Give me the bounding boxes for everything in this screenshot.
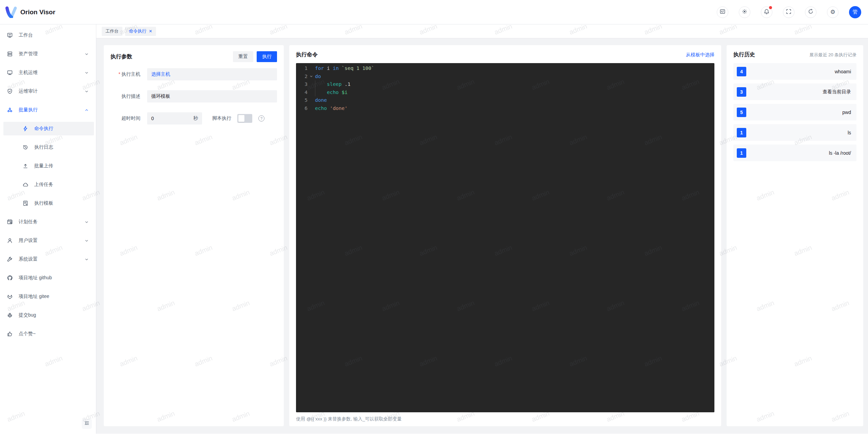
description-input[interactable]: 循环模板	[147, 90, 277, 102]
tab-label: 命令执行	[129, 28, 146, 34]
line-number: 6	[296, 105, 308, 113]
help-icon[interactable]: ?	[258, 115, 264, 121]
sidebar-item-batch-upload[interactable]: 批量上传	[0, 159, 96, 173]
history-record[interactable]: 3查看当前目录	[733, 83, 856, 100]
code-text: for i in `seq 1 100`	[315, 64, 374, 73]
history-record[interactable]: 1ls	[733, 124, 856, 141]
record-command: ls -la /root/	[829, 150, 851, 156]
timeout-input[interactable]: 0 秒	[147, 112, 202, 125]
fullscreen-icon	[786, 8, 792, 16]
collapse-sidebar-button[interactable]	[82, 419, 92, 429]
script-exec-toggle[interactable]	[237, 114, 252, 123]
sidebar-item-label: 用户设置	[19, 238, 84, 244]
batch-upload-icon	[22, 163, 28, 169]
run-button[interactable]: 执行	[257, 51, 277, 62]
record-command: 查看当前目录	[823, 89, 851, 95]
sidebar-item-gitee[interactable]: 项目地址 gitee	[0, 290, 96, 303]
code-line: 4 echo $i	[296, 89, 714, 97]
close-icon[interactable]: ✕	[149, 29, 152, 33]
refresh-icon	[808, 8, 814, 16]
menu-fold-icon	[84, 420, 90, 427]
toggle-knob	[238, 115, 244, 122]
line-number: 3	[296, 80, 308, 89]
line-number: 4	[296, 89, 308, 97]
sidebar-item-assets[interactable]: 资产管理	[0, 47, 96, 61]
fold-chevron-icon[interactable]	[308, 73, 315, 81]
sidebar-item-workbench[interactable]: 工作台	[0, 29, 96, 42]
user-avatar[interactable]: 管	[849, 6, 861, 18]
sidebar-item-label: 执行日志	[34, 144, 89, 150]
editor-gutter: 6	[296, 105, 315, 113]
history-record[interactable]: 5pwd	[733, 104, 856, 120]
sidebar-item-batch-exec[interactable]: 批量执行	[0, 103, 96, 117]
exec-history-panel: 执行历史 展示最近 20 条执行记录 4whoami3查看当前目录5pwd1ls…	[727, 45, 863, 426]
editor-gutter: 3	[296, 80, 315, 89]
exec-history-subtitle: 展示最近 20 条执行记录	[809, 52, 856, 58]
code-button[interactable]	[717, 6, 728, 18]
gutter-spacer	[308, 64, 315, 73]
sidebar-item-bug[interactable]: 提交bug	[0, 308, 96, 322]
exec-count-badge: 4	[737, 67, 746, 76]
chevron-down-icon	[84, 70, 89, 75]
chevron-up-icon	[84, 108, 89, 112]
sidebar-item-github[interactable]: 项目地址 github	[0, 271, 96, 285]
sidebar-item-label: 主机运维	[19, 70, 84, 76]
chevron-down-icon	[84, 257, 89, 262]
sidebar-item-audit[interactable]: 运维审计	[0, 84, 96, 98]
user-settings-icon	[7, 238, 13, 244]
sidebar-item-schedule[interactable]: 计划任务	[0, 215, 96, 229]
sidebar-item-label: 资产管理	[19, 51, 84, 57]
tab-command-exec[interactable]: 命令执行✕	[125, 27, 156, 36]
sidebar-item-exec-template[interactable]: 执行模板	[0, 196, 96, 210]
editor-hint: 使用 @{{ xxx }} 来替换参数, 输入_可以获取全部变量	[296, 416, 714, 422]
code-line: 5done	[296, 96, 714, 105]
header-actions: ⚙管	[717, 6, 861, 18]
select-from-template-link[interactable]: 从模板中选择	[686, 52, 714, 58]
description-label: 执行描述	[111, 93, 140, 99]
fullscreen-button[interactable]	[783, 6, 794, 18]
sidebar-item-user-settings[interactable]: 用户设置	[0, 234, 96, 247]
sidebar-item-label: 命令执行	[34, 126, 87, 132]
sidebar-item-label: 执行模板	[34, 200, 89, 206]
sidebar: 工作台资产管理主机运维运维审计批量执行命令执行执行日志批量上传上传任务执行模板计…	[0, 24, 96, 434]
code-text: done	[315, 96, 327, 105]
sidebar-item-system-settings[interactable]: 系统设置	[0, 252, 96, 266]
history-record[interactable]: 1ls -la /root/	[733, 145, 856, 161]
record-command: pwd	[842, 110, 851, 115]
refresh-button[interactable]	[805, 6, 816, 18]
host-select[interactable]: 选择主机	[147, 68, 277, 80]
script-exec-label: 脚本执行	[212, 115, 231, 121]
github-icon	[7, 275, 13, 281]
exec-count-badge: 1	[737, 148, 746, 158]
sidebar-item-label: 系统设置	[19, 256, 84, 262]
app-title: Orion Visor	[20, 8, 55, 16]
theme-button[interactable]	[739, 6, 750, 18]
host-ops-icon	[7, 70, 13, 76]
sidebar-item-upload-task[interactable]: 上传任务	[0, 178, 96, 191]
code-editor[interactable]: 1for i in `seq 1 100`2do3 sleep .14 echo…	[296, 63, 714, 412]
audit-icon	[7, 88, 13, 94]
editor-gutter: 5	[296, 96, 315, 105]
exec-params-title: 执行参数	[111, 53, 132, 60]
history-record[interactable]: 4whoami	[733, 63, 856, 80]
exec-count-badge: 1	[737, 128, 746, 137]
line-number: 1	[296, 64, 308, 73]
sidebar-item-host-ops[interactable]: 主机运维	[0, 66, 96, 79]
code-text: echo $i	[315, 89, 348, 97]
assets-icon	[7, 51, 13, 57]
notifications-button[interactable]	[761, 6, 772, 18]
exec-log-icon	[22, 144, 28, 150]
editor-gutter: 4	[296, 89, 315, 97]
sidebar-item-label: 运维审计	[19, 88, 84, 94]
tab-workbench[interactable]: 工作台	[102, 27, 122, 36]
sidebar-item-exec-log[interactable]: 执行日志	[0, 140, 96, 154]
sidebar-item-like[interactable]: 点个赞~	[0, 327, 96, 341]
select-host-link[interactable]: 选择主机	[151, 71, 170, 77]
host-label: 执行主机	[111, 71, 140, 77]
settings-button[interactable]: ⚙	[827, 6, 839, 18]
exec-count-badge: 5	[737, 108, 746, 117]
line-number: 5	[296, 96, 308, 105]
sidebar-item-label: 批量执行	[19, 107, 84, 113]
reset-button[interactable]: 重置	[233, 51, 253, 62]
sidebar-item-command-exec[interactable]: 命令执行	[3, 122, 94, 135]
